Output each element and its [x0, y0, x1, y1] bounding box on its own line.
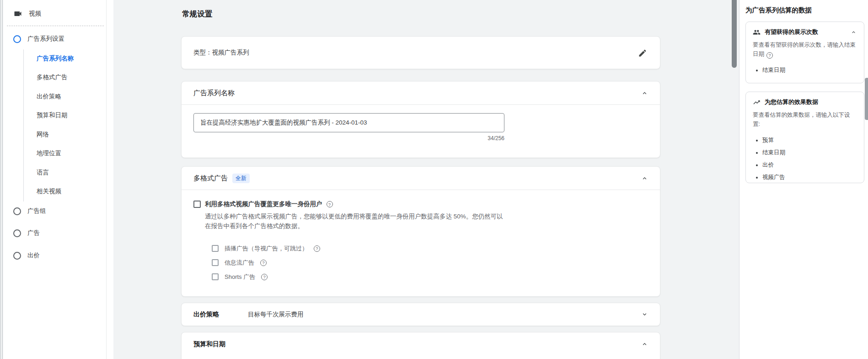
- pencil-icon: [638, 49, 647, 58]
- help-icon[interactable]: ?: [260, 260, 267, 266]
- projected-impressions-description: 要查看有望获得的展示次数，请输入结束日期?: [753, 40, 857, 59]
- char-counter: 34/256: [193, 135, 504, 141]
- trending-up-icon: [753, 98, 761, 106]
- estimated-performance-header[interactable]: 为您估算的效果数据: [753, 98, 857, 106]
- main-scrollbar-thumb[interactable]: [732, 0, 737, 68]
- campaign-name-card-header[interactable]: 广告系列名称: [182, 82, 660, 105]
- bidding-strategy-card[interactable]: 出价策略 目标每千次展示费用: [181, 303, 660, 326]
- sidebar-item-bidding-strategy[interactable]: 出价策略: [37, 87, 74, 106]
- page-title: 常规设置: [182, 9, 212, 19]
- sidebar-item-multiformat-ads[interactable]: 多格式广告: [37, 68, 74, 87]
- multiformat-enable-label: 利用多格式视频广告覆盖更多唯一身份用户: [205, 200, 322, 208]
- audience-icon: [753, 28, 761, 36]
- step-ad-label: 广告: [27, 229, 40, 237]
- required-setting-end-date: 结束日期: [756, 147, 857, 159]
- projected-impressions-title: 有望获得的展示次数: [765, 28, 818, 36]
- multiformat-card-header[interactable]: 多格式广告 全新: [182, 167, 660, 190]
- step-radio-icon: [13, 252, 21, 260]
- step-radio-icon: [13, 35, 21, 43]
- sidebar-item-networks[interactable]: 网络: [37, 125, 74, 144]
- campaign-type-card: 类型：视频广告系列: [181, 36, 660, 69]
- chevron-up-icon: [641, 90, 648, 97]
- required-setting-end-date: 结束日期: [756, 64, 857, 76]
- bidding-strategy-title: 出价策略: [193, 310, 219, 319]
- shorts-ads-label: Shorts 广告: [225, 273, 255, 281]
- campaign-name-input[interactable]: [193, 113, 504, 132]
- chevron-up-icon: [851, 29, 857, 35]
- collapse-section-button[interactable]: [639, 173, 650, 184]
- projected-impressions-header[interactable]: 有望获得的展示次数: [753, 28, 857, 36]
- step-radio-icon: [13, 207, 21, 215]
- in-feed-ads-checkbox[interactable]: [212, 259, 219, 266]
- sidebar-step-ad-group[interactable]: 广告组: [13, 207, 46, 215]
- step-ad-group-label: 广告组: [27, 207, 46, 215]
- in-stream-ads-label: 插播广告（导视广告，可跳过）: [225, 245, 308, 253]
- sidebar-item-related-videos[interactable]: 相关视频: [37, 182, 74, 201]
- estimates-panel-title: 为广告系列估算的数据: [745, 6, 812, 15]
- budget-dates-title: 预算和日期: [193, 340, 225, 348]
- videocam-icon: [13, 9, 22, 18]
- option-in-stream-ads: 插播广告（导视广告，可跳过） ?: [212, 243, 648, 254]
- edit-campaign-type-button[interactable]: [637, 48, 648, 59]
- step-sidebar: 视频 广告系列设置 广告系列名称 多格式广告 出价策略 预算和日期 网络 地理位…: [3, 0, 113, 359]
- collapse-section-button[interactable]: [639, 87, 650, 98]
- estimated-performance-description: 要查看估算的效果数据，请输入以下设置:: [753, 110, 857, 129]
- step-campaign-settings-label: 广告系列设置: [27, 35, 64, 43]
- step-connector-line: [23, 49, 24, 201]
- required-settings-list: 结束日期: [756, 64, 857, 76]
- bidding-strategy-value: 目标每千次展示费用: [248, 310, 304, 319]
- sidebar-item-languages[interactable]: 语言: [37, 163, 74, 182]
- sidebar-item-budget-dates[interactable]: 预算和日期: [37, 106, 74, 125]
- shorts-ads-checkbox[interactable]: [212, 273, 219, 280]
- collapse-section-button[interactable]: [639, 339, 650, 350]
- sidebar-step-campaign-settings[interactable]: 广告系列设置: [13, 35, 64, 43]
- sidebar-item-campaign-name[interactable]: 广告系列名称: [37, 49, 74, 68]
- sidebar-step-bidding[interactable]: 出价: [13, 251, 40, 260]
- campaign-name-card: 广告系列名称 34/256: [181, 81, 660, 158]
- help-icon[interactable]: ?: [314, 245, 320, 252]
- help-icon[interactable]: ?: [327, 201, 333, 207]
- help-icon[interactable]: ?: [766, 52, 773, 59]
- step-radio-icon: [13, 229, 21, 237]
- collapsed-panel-strip: [0, 0, 3, 359]
- estimated-performance-title: 为您估算的效果数据: [765, 98, 818, 106]
- budget-dates-card: 预算和日期: [181, 332, 660, 359]
- multiformat-enable-row: 利用多格式视频广告覆盖更多唯一身份用户 ?: [193, 200, 648, 208]
- sidebar-item-video[interactable]: 视频: [13, 9, 41, 18]
- in-stream-ads-checkbox[interactable]: [212, 245, 219, 252]
- in-feed-ads-label: 信息流广告: [225, 259, 254, 267]
- sidebar-edge-line: [106, 0, 107, 359]
- step-bidding-label: 出价: [27, 251, 40, 260]
- campaign-type-label: 类型：视频广告系列: [193, 49, 249, 57]
- projected-impressions-card: 有望获得的展示次数 要查看有望获得的展示次数，请输入结束日期? 结束日期: [745, 22, 864, 83]
- sidebar-divider: [7, 26, 104, 26]
- option-in-feed-ads: 信息流广告 ?: [212, 257, 648, 268]
- multiformat-ads-card: 多格式广告 全新 利用多格式视频广告覆盖更多唯一身份用户 ? 通过以多种广告格式…: [181, 166, 660, 297]
- campaign-name-card-title: 广告系列名称: [193, 89, 235, 98]
- campaign-settings-content: 常规设置 类型：视频广告系列 广告系列名称 34/256 多格式广告 全新: [181, 0, 660, 359]
- required-setting-bid: 出价: [756, 159, 857, 171]
- new-badge: 全新: [232, 174, 250, 183]
- multiformat-enable-checkbox[interactable]: [193, 201, 201, 208]
- sidebar-step-ad[interactable]: 广告: [13, 229, 40, 237]
- estimated-performance-card: 为您估算的效果数据 要查看估算的效果数据，请输入以下设置: 预算 结束日期 出价…: [745, 92, 864, 183]
- ad-format-options: 插播广告（导视广告，可跳过） ? 信息流广告 ? Shorts 广告 ?: [212, 243, 648, 283]
- multiformat-description: 通过以多种广告格式展示视频广告，您能够以更低的费用将覆盖的唯一身份用户数提高多达…: [205, 212, 507, 231]
- required-settings-list: 预算 结束日期 出价 视频广告: [756, 134, 857, 184]
- collapse-card-button[interactable]: [848, 27, 859, 38]
- sidebar-item-locations[interactable]: 地理位置: [37, 144, 74, 163]
- help-icon[interactable]: ?: [261, 274, 268, 280]
- required-setting-budget: 预算: [756, 134, 857, 147]
- estimates-panel: 为广告系列估算的数据 有望获得的展示次数 要查看有望获得的展示次数，请输入结束日…: [739, 0, 868, 359]
- chevron-up-icon: [641, 341, 648, 348]
- panel-scrollbar-thumb[interactable]: [865, 78, 868, 120]
- required-setting-video-ad: 视频广告: [756, 171, 857, 184]
- expand-section-button[interactable]: [639, 309, 650, 320]
- sidebar-video-label: 视频: [29, 10, 41, 18]
- chevron-down-icon: [641, 311, 648, 318]
- option-shorts-ads: Shorts 广告 ?: [212, 272, 648, 283]
- multiformat-card-title: 多格式广告: [193, 174, 228, 183]
- budget-dates-card-header[interactable]: 预算和日期: [182, 332, 660, 356]
- campaign-settings-subnav: 广告系列名称 多格式广告 出价策略 预算和日期 网络 地理位置 语言 相关视频: [37, 49, 74, 201]
- chevron-up-icon: [641, 175, 648, 182]
